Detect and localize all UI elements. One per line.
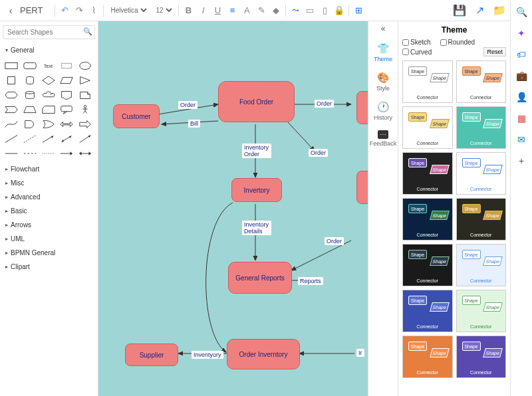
theme-tile-11[interactable]: ShapeShapeConnector: [456, 290, 507, 332]
add-icon[interactable]: +: [519, 155, 524, 166]
shape-trapezoid[interactable]: [23, 104, 37, 116]
shape-diamond[interactable]: [41, 74, 56, 86]
shape-roundsquare[interactable]: [23, 74, 37, 86]
category-bpmn[interactable]: ▸BPMN General: [3, 246, 95, 260]
shape-arrow-both[interactable]: [59, 133, 74, 145]
shape-or[interactable]: [41, 118, 56, 130]
node-supplier[interactable]: Supplier: [125, 344, 178, 366]
node-general-reports[interactable]: General Reports: [228, 262, 292, 294]
shape-hdot[interactable]: [41, 148, 56, 159]
category-misc[interactable]: ▸Misc: [3, 176, 95, 190]
category-flowchart[interactable]: ▸Flowchart: [3, 162, 95, 176]
tab-feedback[interactable]: ⋯FeedBack: [368, 126, 398, 151]
theme-tile-4[interactable]: ShapeShapeConnector: [402, 152, 453, 195]
collapse-right-icon[interactable]: «: [381, 24, 386, 33]
shape-line-dash[interactable]: [23, 133, 37, 145]
shape-triangle[interactable]: [78, 74, 92, 86]
person-icon[interactable]: 👤: [516, 92, 527, 102]
sketch-checkbox[interactable]: Sketch: [402, 39, 431, 46]
tag-icon[interactable]: 🏷: [517, 49, 526, 60]
category-basic[interactable]: ▸Basic: [3, 204, 95, 218]
shape-roundrect[interactable]: [23, 60, 37, 72]
tab-style[interactable]: 🎨Style: [368, 68, 398, 96]
theme-tile-10[interactable]: ShapeShapeConnector: [402, 290, 453, 332]
theme-tile-1[interactable]: ShapeShapeConnector: [456, 60, 507, 103]
shape-hexagon[interactable]: [4, 89, 19, 101]
curved-checkbox[interactable]: Curved: [402, 47, 432, 56]
shape-parallelogram[interactable]: [59, 74, 74, 86]
reset-button[interactable]: Reset: [483, 47, 506, 56]
back-icon[interactable]: ‹: [5, 5, 16, 16]
category-general[interactable]: ▾General: [3, 43, 95, 57]
ai-icon[interactable]: ✦: [517, 28, 525, 39]
theme-tile-9[interactable]: ShapeShapeConnector: [456, 244, 507, 286]
search-global-icon[interactable]: 🔍: [516, 7, 527, 17]
shape-cylinder[interactable]: [23, 89, 37, 101]
node-food-order[interactable]: Food Order: [218, 81, 295, 122]
shape-and[interactable]: [23, 118, 37, 130]
office-icon[interactable]: ▦: [517, 113, 526, 124]
lock-icon[interactable]: 🔒: [334, 5, 344, 16]
shape-square[interactable]: [4, 74, 19, 86]
shape-card[interactable]: [41, 104, 56, 116]
shape-text[interactable]: Text: [41, 60, 56, 72]
theme-tile-6[interactable]: ShapeShapeConnector: [402, 198, 453, 241]
shape-rect[interactable]: [4, 60, 19, 72]
shape-step[interactable]: [4, 104, 19, 116]
shape-arrow-bidir[interactable]: [59, 118, 74, 130]
theme-tile-2[interactable]: ShapeShapeConnector: [402, 106, 453, 149]
redo-icon[interactable]: ↷: [74, 5, 84, 16]
theme-tile-3[interactable]: ShapeShapeConnector: [456, 106, 507, 149]
outlook-icon[interactable]: ✉: [517, 134, 525, 145]
category-uml[interactable]: ▸UML: [3, 232, 95, 246]
save-icon[interactable]: 💾: [454, 5, 465, 16]
shape-harrow[interactable]: [59, 148, 74, 159]
folder-icon[interactable]: 📁: [494, 5, 505, 16]
underline-icon[interactable]: U: [212, 5, 223, 16]
theme-tile-7[interactable]: ShapeShapeConnector: [456, 198, 507, 241]
search-shapes-input[interactable]: [3, 25, 95, 39]
shape-line[interactable]: [4, 133, 19, 145]
shape-document[interactable]: [59, 89, 74, 101]
category-arrows[interactable]: ▸Arrows: [3, 218, 95, 232]
connector-icon[interactable]: ⤳: [290, 5, 301, 16]
toback-icon[interactable]: ▯: [319, 5, 330, 16]
shape-hdash[interactable]: [23, 148, 37, 159]
category-advanced[interactable]: ▸Advanced: [3, 190, 95, 204]
tab-theme[interactable]: 👕Theme: [368, 39, 398, 66]
shape-arrow-r[interactable]: [78, 118, 92, 130]
shape-curve[interactable]: [4, 118, 19, 130]
grid-icon[interactable]: ⊞: [353, 5, 364, 16]
shape-connector[interactable]: [78, 133, 92, 145]
bold-icon[interactable]: B: [183, 5, 194, 16]
italic-icon[interactable]: I: [198, 5, 208, 16]
font-family-select[interactable]: Helvetica: [108, 6, 149, 15]
briefcase-icon[interactable]: 💼: [516, 70, 527, 81]
rounded-checkbox[interactable]: Rounded: [440, 39, 475, 46]
shape-callout[interactable]: [59, 104, 74, 116]
shape-arrow-line[interactable]: [41, 133, 56, 145]
node-invertory[interactable]: Invertory: [231, 178, 282, 202]
shape-ellipse[interactable]: [78, 60, 92, 72]
align-icon[interactable]: ≡: [227, 5, 237, 16]
tofront-icon[interactable]: ▭: [305, 5, 315, 16]
undo-icon[interactable]: ↶: [59, 5, 70, 16]
font-color-icon[interactable]: A: [241, 5, 252, 16]
theme-tile-12[interactable]: ShapeShapeConnector: [402, 336, 453, 378]
theme-tile-0[interactable]: ShapeShapeConnector: [402, 60, 453, 103]
fill-icon[interactable]: ◆: [271, 5, 281, 16]
canvas-area[interactable]: Customer Food Order Invertory General Re…: [98, 21, 376, 396]
theme-tile-13[interactable]: ShapeShapeConnector: [456, 336, 507, 378]
shape-cloud[interactable]: [41, 89, 56, 101]
tab-history[interactable]: 🕐History: [368, 97, 398, 125]
shape-harrow2[interactable]: [78, 148, 92, 159]
shape-hline[interactable]: [4, 148, 19, 159]
category-clipart[interactable]: ▸Clipart: [3, 260, 95, 274]
highlight-icon[interactable]: ✎: [256, 5, 267, 16]
node-customer[interactable]: Customer: [113, 104, 160, 128]
share-icon[interactable]: ↗: [474, 5, 485, 16]
format-paint-icon[interactable]: ⌇: [88, 5, 99, 16]
shape-actor[interactable]: [78, 104, 92, 116]
theme-tile-8[interactable]: ShapeShapeConnector: [402, 244, 453, 286]
shape-textbox[interactable]: [59, 60, 74, 72]
